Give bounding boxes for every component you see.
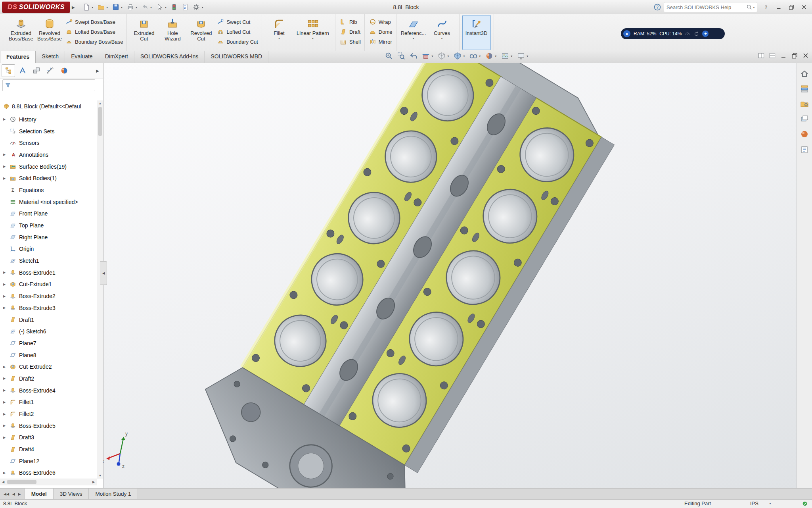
- tree-item-right-plane[interactable]: Right Plane: [0, 231, 97, 243]
- pane-split-v-button[interactable]: [757, 52, 765, 60]
- design-library-button[interactable]: [799, 83, 810, 94]
- expand-arrow-icon[interactable]: ▶: [3, 165, 10, 168]
- options-gear-button[interactable]: ▼: [191, 2, 205, 12]
- curves-button[interactable]: Curves▼: [428, 15, 456, 50]
- lofted-boss-base-button[interactable]: Lofted Boss/Base: [65, 28, 123, 36]
- tab-solidworks-add-ins[interactable]: SOLIDWORKS Add-Ins: [134, 51, 205, 63]
- shell-button[interactable]: Shell: [340, 38, 361, 46]
- menu-flyout-arrow-icon[interactable]: ▶: [72, 5, 75, 10]
- panel-collapse-handle[interactable]: ◀: [100, 261, 107, 285]
- rebuild-button[interactable]: [169, 2, 179, 12]
- expand-arrow-icon[interactable]: ▶: [3, 400, 10, 404]
- graphics-viewport[interactable]: x y z: [103, 63, 812, 488]
- extruded-cut-button[interactable]: ExtrudedCut: [130, 15, 158, 50]
- view-settings-button[interactable]: ▼: [517, 52, 529, 60]
- rib-button[interactable]: Rib: [340, 18, 361, 26]
- extruded-boss-base-button[interactable]: ExtrudedBoss/Base: [7, 15, 35, 50]
- fm-display-tab[interactable]: [58, 65, 71, 77]
- tree-root-item[interactable]: 8.8L Block (Default<<Defaul: [0, 100, 97, 112]
- tab-dimxpert[interactable]: DimXpert: [99, 51, 134, 63]
- tree-item-surface-bodies-19[interactable]: ▶Surface Bodies(19): [0, 161, 97, 173]
- draft-button[interactable]: Draft: [340, 28, 361, 36]
- filter-funnel-icon[interactable]: [5, 82, 11, 89]
- first-tab-icon[interactable]: ◀◀: [2, 492, 10, 496]
- win-restore-button[interactable]: [791, 52, 799, 60]
- dropdown-caret-icon[interactable]: ▼: [311, 37, 314, 40]
- scene-button[interactable]: ▼: [501, 52, 513, 60]
- dropdown-caret-icon[interactable]: ▼: [440, 37, 443, 40]
- view-cube-button[interactable]: ▼: [437, 52, 450, 60]
- zoom-area-button[interactable]: [397, 52, 406, 60]
- boundary-cut-button[interactable]: Boundary Cut: [217, 38, 258, 46]
- pane-split-h-button[interactable]: [768, 52, 776, 60]
- linear-pattern-button[interactable]: Linear Pattern▼: [293, 15, 332, 50]
- revolved-boss-base-button[interactable]: RevolvedBoss/Base: [35, 15, 64, 50]
- undo-button[interactable]: ▼: [140, 2, 153, 12]
- scroll-down-icon[interactable]: ▼: [97, 473, 103, 479]
- tree-item-fillet1[interactable]: ▶Fillet1: [0, 396, 97, 408]
- boundary-boss-base-button[interactable]: Boundary Boss/Base: [65, 38, 123, 46]
- tree-item-equations[interactable]: ΣEquations: [0, 184, 97, 196]
- expand-arrow-icon[interactable]: ▶: [3, 283, 10, 286]
- display-style-button[interactable]: ▼: [453, 52, 465, 60]
- expand-arrow-icon[interactable]: ▶: [3, 294, 10, 298]
- win-min-button[interactable]: [779, 52, 787, 60]
- doc-tab-model[interactable]: Model: [25, 489, 54, 500]
- tree-item-draft1[interactable]: Draft1: [0, 314, 97, 326]
- tree-item-boss-extrude1[interactable]: ▶Boss-Extrude1: [0, 267, 97, 279]
- expand-arrow-icon[interactable]: ▶: [3, 365, 10, 369]
- hide-show-button[interactable]: ▼: [469, 52, 481, 60]
- tree-item-sensors[interactable]: Sensors: [0, 137, 97, 149]
- tree-item-material-not-specified[interactable]: Material <not specified>: [0, 196, 97, 208]
- win-close-button[interactable]: [802, 52, 810, 60]
- expand-arrow-icon[interactable]: ▶: [3, 306, 10, 310]
- mirror-button[interactable]: Mirror: [369, 38, 393, 46]
- dome-button[interactable]: Dome: [369, 28, 393, 36]
- tab-sketch[interactable]: Sketch: [36, 51, 65, 63]
- tree-item-plane12[interactable]: Plane12: [0, 455, 97, 467]
- prev-view-button[interactable]: [409, 52, 418, 60]
- appearance-button[interactable]: ▼: [485, 52, 497, 60]
- tree-item-sketch6[interactable]: (-) Sketch6: [0, 325, 97, 337]
- tree-item-boss-extrude5[interactable]: ▶Boss-Extrude5: [0, 420, 97, 432]
- engine-block-group[interactable]: [181, 63, 633, 488]
- tree-item-plane7[interactable]: Plane7: [0, 337, 97, 349]
- tree-item-boss-extrude3[interactable]: ▶Boss-Extrude3: [0, 302, 97, 314]
- open-folder-button[interactable]: ▼: [96, 2, 110, 12]
- expand-arrow-icon[interactable]: ▶: [3, 117, 10, 121]
- tree-item-annotations[interactable]: ▶AAnnotations: [0, 149, 97, 161]
- tree-item-boss-extrude4[interactable]: ▶Boss-Extrude4: [0, 385, 97, 396]
- tree-item-fillet2[interactable]: ▶Fillet2: [0, 408, 97, 420]
- expand-arrow-icon[interactable]: ▶: [3, 177, 10, 180]
- fillet-button[interactable]: Fillet▼: [265, 15, 293, 50]
- tree-item-selection-sets[interactable]: Selection Sets: [0, 125, 97, 137]
- file-explorer-button[interactable]: [799, 98, 810, 110]
- performance-monitor[interactable]: ● RAM: 52% CPU: 14% +: [621, 28, 725, 39]
- tab-solidworks-mbd[interactable]: SOLIDWORKS MBD: [205, 51, 268, 63]
- swept-boss-base-button[interactable]: Swept Boss/Base: [65, 18, 123, 26]
- section-view-button[interactable]: ▼: [421, 52, 434, 60]
- tree-filter-bar[interactable]: [2, 79, 95, 91]
- tree-item-sketch1[interactable]: Sketch1: [0, 255, 97, 267]
- save-button[interactable]: ▼: [111, 2, 124, 12]
- tree-item-front-plane[interactable]: Front Plane: [0, 208, 97, 220]
- tree-item-draft4[interactable]: Draft4: [0, 443, 97, 455]
- dropdown-caret-icon[interactable]: ▼: [278, 37, 280, 40]
- expand-arrow-icon[interactable]: ▶: [3, 436, 10, 439]
- tree-item-boss-extrude6[interactable]: ▶Boss-Extrude6: [0, 467, 97, 479]
- swept-cut-button[interactable]: Swept Cut: [217, 18, 258, 26]
- tab-features[interactable]: Features: [0, 51, 36, 63]
- print-button[interactable]: ▼: [125, 2, 139, 12]
- tree-item-draft2[interactable]: ▶Draft2: [0, 373, 97, 385]
- expand-arrow-icon[interactable]: ▶: [3, 271, 10, 274]
- scroll-right-icon[interactable]: ▶: [90, 479, 97, 485]
- doc-tab-3d-views[interactable]: 3D Views: [54, 489, 89, 500]
- next-tab-icon[interactable]: ▶: [17, 492, 22, 496]
- tree-item-cut-extrude1[interactable]: ▶Cut-Extrude1: [0, 279, 97, 291]
- tree-item-top-plane[interactable]: Top Plane: [0, 219, 97, 231]
- new-doc-button[interactable]: ▼: [81, 2, 95, 12]
- prev-tab-icon[interactable]: ◀: [11, 492, 16, 496]
- dropdown-caret-icon[interactable]: ▼: [412, 37, 415, 40]
- tree-item-cut-extrude2[interactable]: ▶Cut-Extrude2: [0, 361, 97, 373]
- win-restore-button[interactable]: [785, 2, 798, 12]
